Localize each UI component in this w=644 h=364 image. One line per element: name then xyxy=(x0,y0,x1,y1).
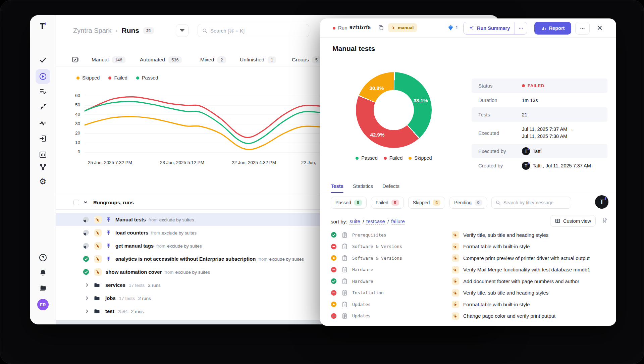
group-name: jobs xyxy=(105,295,116,301)
run-summary-button[interactable]: Run Summary xyxy=(463,22,527,35)
help-icon[interactable]: ? xyxy=(39,254,47,261)
tab-automated[interactable]: Automated 536 xyxy=(140,53,182,66)
sidebar-item-import-icon[interactable] xyxy=(39,135,47,143)
legend-failed[interactable]: Failed xyxy=(108,75,127,81)
test-row[interactable]: PrerequisitesVerify title, sub title and… xyxy=(320,229,616,241)
tab-unfinished[interactable]: Unfinished 1 xyxy=(240,53,276,66)
user-avatar[interactable]: T xyxy=(522,162,530,170)
manual-run-badge xyxy=(94,268,102,276)
passed-dot-icon xyxy=(136,76,139,80)
test-row[interactable]: UpdatesChange page color and verify prin… xyxy=(320,310,616,322)
folder-icon xyxy=(94,282,100,289)
donut-skipped-pct: 30.8% xyxy=(370,85,384,91)
tab-groups[interactable]: Groups 5 xyxy=(292,53,321,66)
copy-icon[interactable] xyxy=(378,24,384,31)
chevron-right-icon[interactable] xyxy=(85,282,90,288)
view-settings-sliders-icon[interactable] xyxy=(601,217,608,224)
sort-by-failure-link[interactable]: failure xyxy=(391,218,405,225)
close-icon[interactable] xyxy=(596,24,603,31)
search-input[interactable] xyxy=(210,28,305,34)
passed-status-icon xyxy=(83,269,89,275)
projects-folder-icon[interactable] xyxy=(39,284,47,292)
sidebar-item-runs[interactable] xyxy=(36,69,50,84)
panel-more-button[interactable] xyxy=(575,22,590,35)
test-row[interactable]: UpdatesFormat table with built-in style xyxy=(320,299,616,310)
tab-manual[interactable]: Manual 146 xyxy=(92,53,125,66)
chip-count: 8 xyxy=(354,200,362,206)
legend-skipped[interactable]: Skipped xyxy=(76,75,100,81)
tests-search-input[interactable] xyxy=(503,200,567,205)
chevron-down-icon[interactable] xyxy=(83,200,88,205)
settings-gear-icon[interactable]: ⚙ xyxy=(39,177,47,186)
y-axis-label: 30 xyxy=(63,121,80,126)
legend-failed[interactable]: Failed xyxy=(384,155,403,161)
sort-by-suite-link[interactable]: suite xyxy=(350,218,360,225)
test-row[interactable]: InstallationVerify title, sub title and … xyxy=(320,287,616,299)
from-label: from xyxy=(149,217,158,222)
sidebar-item-pulse-icon[interactable] xyxy=(39,119,47,127)
chip-failed[interactable]: Failed9 xyxy=(371,197,404,209)
user-avatar[interactable]: ER xyxy=(37,299,49,310)
legend-label: Passed xyxy=(361,155,377,161)
test-row[interactable]: Software & VersionsFormat table with bui… xyxy=(320,241,616,253)
test-row[interactable]: HardwareVerify Mail Merge functionality … xyxy=(320,264,616,276)
tasklist-icon[interactable] xyxy=(71,56,79,63)
passed-status-icon xyxy=(331,278,337,284)
sort-by-testcase-link[interactable]: testcase xyxy=(366,218,385,225)
sidebar-item-checks-icon[interactable] xyxy=(39,56,47,64)
run-summary-more-button[interactable] xyxy=(515,22,527,34)
clipboard-icon xyxy=(341,313,348,319)
tab-label: Automated xyxy=(140,57,165,63)
chevron-right-icon[interactable] xyxy=(85,309,90,314)
tab-statistics[interactable]: Statistics xyxy=(353,180,373,193)
cursor-click-icon xyxy=(391,25,396,30)
user-avatar[interactable]: T xyxy=(522,147,530,155)
sidebar-item-testcases-icon[interactable] xyxy=(39,88,47,96)
run-id: 97f1b7f5 xyxy=(350,24,371,31)
test-row[interactable]: Software & VersionsCompare print preview… xyxy=(320,252,616,264)
stat-row-created-by: Created by TTatti , Jul 11, 2025 7:37 AM xyxy=(472,158,607,173)
chip-label: Passed xyxy=(335,200,351,205)
desktop-background: ⚙ ? ER Zyntra Spark › Runs 21 xyxy=(0,0,644,364)
chip-pending[interactable]: Pending0 xyxy=(449,197,487,209)
sidebar-item-analytics-icon[interactable] xyxy=(39,151,47,159)
report-button[interactable]: Report xyxy=(534,22,571,35)
manual-badge[interactable]: manual xyxy=(388,23,417,32)
chevron-right-icon[interactable] xyxy=(85,296,90,301)
from-label: from xyxy=(151,230,160,236)
panel-tabs: Tests Statistics Defects xyxy=(320,180,616,193)
select-all-checkbox[interactable] xyxy=(73,200,79,205)
tab-mixed[interactable]: Mixed 2 xyxy=(200,53,226,66)
breadcrumb-project[interactable]: Zyntra Spark xyxy=(73,27,111,35)
manual-test-badge xyxy=(452,243,459,250)
cursor-click-icon xyxy=(96,270,100,274)
sidebar-item-steps-icon[interactable] xyxy=(39,103,47,111)
manual-test-badge xyxy=(452,312,459,320)
run-summary-main[interactable]: Run Summary xyxy=(464,22,515,34)
stat-row-status: Status FAILED xyxy=(472,79,607,93)
assignee-avatar[interactable]: T xyxy=(595,195,608,209)
cursor-click-icon xyxy=(96,257,100,261)
in-progress-status-icon xyxy=(83,216,89,223)
sidebar-item-branches-icon[interactable] xyxy=(39,163,47,171)
chip-passed[interactable]: Passed8 xyxy=(331,197,367,209)
tab-defects[interactable]: Defects xyxy=(382,180,399,193)
notifications-bell-icon[interactable] xyxy=(39,269,47,277)
filter-button[interactable] xyxy=(176,24,189,37)
stat-row-duration: Duration 1m 13s xyxy=(472,93,607,107)
diamond-icon[interactable] xyxy=(447,24,454,31)
clipboard-icon xyxy=(341,301,348,308)
legend-passed[interactable]: Passed xyxy=(136,75,158,81)
legend-skipped[interactable]: Skipped xyxy=(409,155,432,161)
legend-passed[interactable]: Passed xyxy=(356,155,377,161)
x-axis-label: 22 Jun, 2025 4:32 PM xyxy=(232,160,276,165)
tab-tests[interactable]: Tests xyxy=(331,180,343,193)
from-label: from xyxy=(156,244,165,249)
group-runs-count: 2 runs xyxy=(148,283,161,288)
test-row[interactable]: HardwareAdd document footer with page nu… xyxy=(320,275,616,287)
chart-legend: Skipped Failed Passed xyxy=(76,75,158,81)
chip-skipped[interactable]: Skipped4 xyxy=(408,197,445,209)
app-logo-icon[interactable] xyxy=(38,21,48,31)
suite-name: Hardware xyxy=(352,267,448,272)
custom-view-button[interactable]: Custom view xyxy=(550,215,596,227)
